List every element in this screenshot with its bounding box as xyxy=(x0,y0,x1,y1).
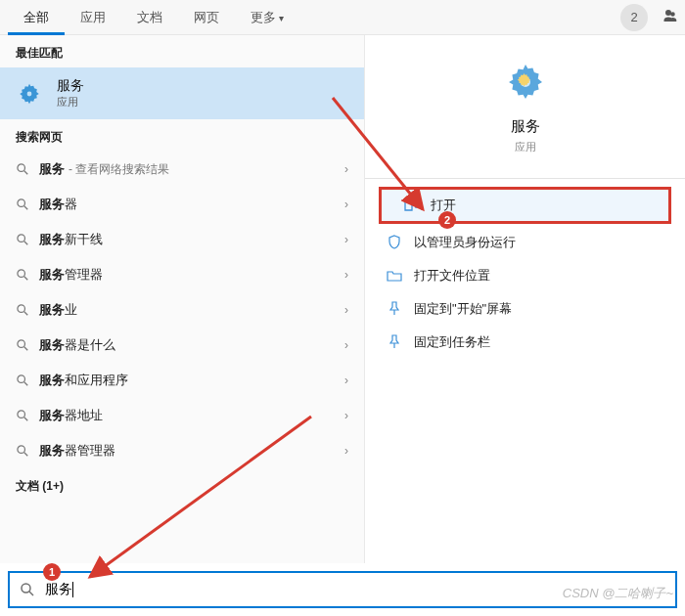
avatar[interactable]: 2 xyxy=(620,4,648,31)
web-result-suffix: - 查看网络搜索结果 xyxy=(68,161,169,178)
people-icon[interactable] xyxy=(660,7,677,28)
action-open-label: 打开 xyxy=(431,197,456,214)
action-pin-taskbar[interactable]: 固定到任务栏 xyxy=(365,326,685,359)
svg-point-14 xyxy=(18,375,25,383)
best-match-item[interactable]: 服务 应用 xyxy=(0,67,364,119)
action-open-location[interactable]: 打开文件位置 xyxy=(365,259,685,292)
search-icon xyxy=(20,582,35,597)
svg-line-22 xyxy=(29,592,33,595)
web-result-label: 服务和应用程序 xyxy=(39,372,128,389)
svg-point-8 xyxy=(18,270,25,278)
action-open[interactable]: 打开 xyxy=(379,187,671,224)
web-result-label: 服务器管理器 xyxy=(39,442,115,460)
web-header: 搜索网页 xyxy=(0,119,364,152)
tab-docs[interactable]: 文档 xyxy=(121,0,178,35)
action-run-admin[interactable]: 以管理员身份运行 xyxy=(365,226,685,259)
web-result-row[interactable]: 服务管理器› xyxy=(0,257,364,292)
web-result-label: 服务新干线 xyxy=(39,231,103,248)
tab-apps[interactable]: 应用 xyxy=(65,0,121,35)
svg-point-18 xyxy=(18,446,25,454)
chevron-right-icon: › xyxy=(344,444,348,458)
action-pin-start-label: 固定到"开始"屏幕 xyxy=(414,300,512,318)
web-result-label: 服务器地址 xyxy=(39,407,103,424)
chevron-right-icon: › xyxy=(344,268,348,282)
web-result-label: 服务管理器 xyxy=(39,266,103,284)
main-panel: 最佳匹配 服务 应用 搜索网页 服务- 查看网络搜索结果›服务器›服务新干线›服… xyxy=(0,35,685,563)
chevron-right-icon: › xyxy=(344,162,348,176)
chevron-right-icon: › xyxy=(344,198,348,211)
web-result-row[interactable]: 服务器› xyxy=(0,187,364,222)
svg-line-15 xyxy=(24,382,28,386)
web-result-row[interactable]: 服务- 查看网络搜索结果› xyxy=(0,152,364,187)
shield-icon xyxy=(387,235,402,250)
web-result-row[interactable]: 服务和应用程序› xyxy=(0,363,364,398)
action-open-location-label: 打开文件位置 xyxy=(414,267,490,285)
web-result-row[interactable]: 服务新干线› xyxy=(0,222,364,257)
gear-icon xyxy=(16,80,43,108)
search-input[interactable]: 服务 xyxy=(45,581,665,598)
svg-line-9 xyxy=(24,277,28,281)
chevron-right-icon: › xyxy=(344,303,348,317)
divider xyxy=(365,178,685,179)
svg-point-1 xyxy=(27,91,32,96)
web-result-row[interactable]: 服务器管理器› xyxy=(0,433,364,468)
action-pin-start[interactable]: 固定到"开始"屏幕 xyxy=(365,292,685,326)
chevron-right-icon: › xyxy=(344,409,348,422)
pin-icon xyxy=(387,301,402,317)
right-subtitle: 应用 xyxy=(365,140,685,154)
tab-web[interactable]: 网页 xyxy=(178,0,235,35)
svg-line-3 xyxy=(24,171,28,175)
svg-point-6 xyxy=(18,235,25,242)
right-column: 服务 应用 打开 以管理员身份运行 打开文件位置 固定到"开始"屏幕 固定到任务… xyxy=(364,35,685,563)
web-result-row[interactable]: 服务器地址› xyxy=(0,398,364,433)
web-result-row[interactable]: 服务业› xyxy=(0,292,364,328)
action-pin-taskbar-label: 固定到任务栏 xyxy=(414,333,490,351)
action-run-admin-label: 以管理员身份运行 xyxy=(414,234,516,251)
web-result-row[interactable]: 服务器是什么› xyxy=(0,328,364,363)
right-title: 服务 xyxy=(365,117,685,136)
svg-line-19 xyxy=(24,453,28,457)
svg-point-10 xyxy=(18,305,25,313)
tab-all[interactable]: 全部 xyxy=(8,0,65,35)
svg-point-2 xyxy=(18,164,25,172)
open-icon xyxy=(403,198,419,213)
gear-icon xyxy=(502,59,549,106)
left-column: 最佳匹配 服务 应用 搜索网页 服务- 查看网络搜索结果›服务器›服务新干线›服… xyxy=(0,35,364,563)
best-match-title: 服务 xyxy=(57,77,84,95)
chevron-right-icon: › xyxy=(344,233,348,246)
pin-icon xyxy=(387,334,402,350)
web-result-label: 服务器是什么 xyxy=(39,336,115,354)
best-match-subtitle: 应用 xyxy=(57,95,84,110)
web-result-label: 服务器 xyxy=(39,196,77,213)
svg-line-13 xyxy=(24,347,28,351)
docs-header: 文档 (1+) xyxy=(0,468,364,501)
svg-point-12 xyxy=(18,340,25,348)
web-result-label: 服务 xyxy=(39,160,65,178)
folder-icon xyxy=(387,268,402,284)
svg-line-11 xyxy=(24,312,28,316)
best-match-header: 最佳匹配 xyxy=(0,35,364,67)
svg-line-5 xyxy=(24,206,28,210)
web-result-label: 服务业 xyxy=(39,301,77,319)
svg-point-21 xyxy=(22,584,30,593)
chevron-right-icon: › xyxy=(344,338,348,352)
svg-point-4 xyxy=(18,199,25,207)
svg-line-17 xyxy=(24,418,28,421)
svg-line-7 xyxy=(24,242,28,245)
svg-point-16 xyxy=(18,411,25,418)
search-bar[interactable]: 服务 xyxy=(8,571,677,608)
tabs-bar: 全部 应用 文档 网页 更多 2 xyxy=(0,0,685,35)
tab-more[interactable]: 更多 xyxy=(235,0,299,35)
chevron-right-icon: › xyxy=(344,374,348,387)
